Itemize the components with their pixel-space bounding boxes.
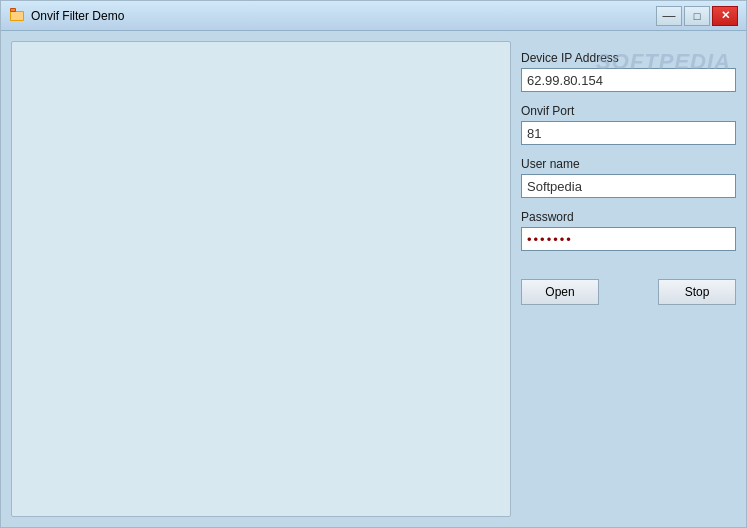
password-label: Password [521,210,736,224]
title-bar-left: Onvif Filter Demo [9,8,124,24]
onvif-port-input[interactable] [521,121,736,145]
username-group: User name [521,157,736,198]
main-window: Onvif Filter Demo — □ ✕ SOFTPEDIA Device… [0,0,747,528]
close-button[interactable]: ✕ [712,6,738,26]
minimize-button[interactable]: — [656,6,682,26]
stop-button[interactable]: Stop [658,279,736,305]
device-ip-label: Device IP Address [521,51,736,65]
device-ip-input[interactable] [521,68,736,92]
device-ip-group: Device IP Address [521,51,736,92]
svg-rect-3 [11,9,15,11]
window-controls: — □ ✕ [656,6,738,26]
button-row: Open Stop [521,279,736,305]
control-panel: SOFTPEDIA Device IP Address Onvif Port U… [521,41,736,517]
window-title: Onvif Filter Demo [31,9,124,23]
username-label: User name [521,157,736,171]
video-panel [11,41,511,517]
onvif-port-label: Onvif Port [521,104,736,118]
svg-rect-1 [11,12,23,20]
title-bar: Onvif Filter Demo — □ ✕ [1,1,746,31]
open-button[interactable]: Open [521,279,599,305]
password-input[interactable] [521,227,736,251]
restore-button[interactable]: □ [684,6,710,26]
onvif-port-group: Onvif Port [521,104,736,145]
content-area: SOFTPEDIA Device IP Address Onvif Port U… [1,31,746,527]
password-group: Password [521,210,736,251]
username-input[interactable] [521,174,736,198]
app-icon [9,8,25,24]
